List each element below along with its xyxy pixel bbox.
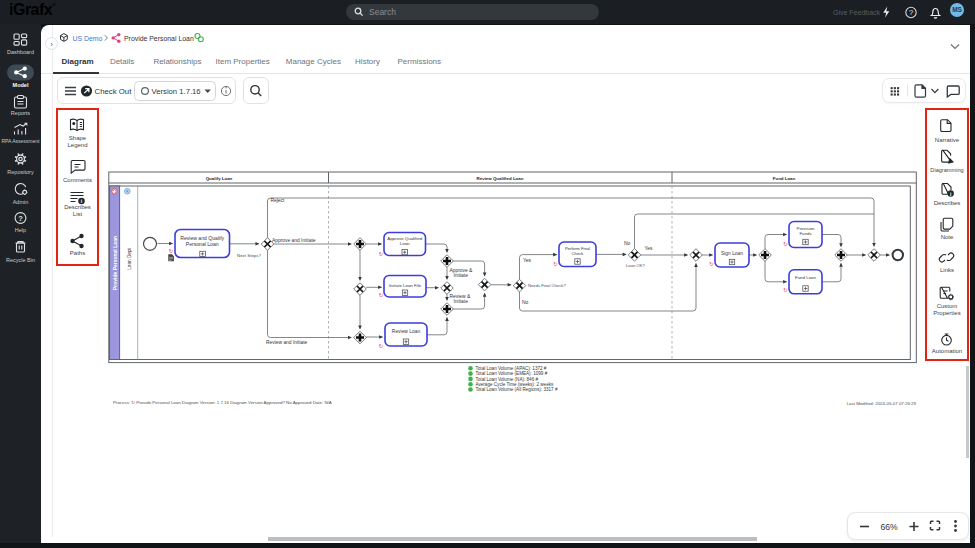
- svg-text:Last Modified: 2024-05-07 07:2: Last Modified: 2024-05-07 07:26:29: [847, 401, 917, 406]
- svg-text:Initiate Loan File: Initiate Loan File: [389, 283, 422, 288]
- svg-text:Loan OK?: Loan OK?: [626, 263, 646, 268]
- svg-text:Provide Personal Loan: Provide Personal Loan: [112, 236, 118, 290]
- svg-text:Average Cycle Time (weeks): 2: Average Cycle Time (weeks): 2 weeks: [476, 382, 554, 387]
- svg-text:↻: ↻: [379, 343, 384, 349]
- svg-text:Provision: Provision: [796, 226, 815, 231]
- svg-text:Personal Loan: Personal Loan: [186, 241, 219, 247]
- svg-text:↻: ↻: [379, 292, 384, 298]
- svg-text:66%: 66%: [880, 521, 898, 531]
- svg-text:↻: ↻: [783, 287, 788, 293]
- svg-text:Approve and Initiate: Approve and Initiate: [272, 238, 316, 243]
- svg-text:Loan: Loan: [400, 241, 410, 246]
- svg-text:Funds: Funds: [799, 231, 812, 236]
- svg-text:Sign Loan: Sign Loan: [721, 251, 743, 256]
- svg-text:Approve &: Approve &: [450, 268, 474, 273]
- svg-text:Needs Final Check?: Needs Final Check?: [528, 283, 566, 288]
- svg-text:↻: ↻: [709, 261, 714, 267]
- svg-text:Qualify Loan: Qualify Loan: [206, 176, 233, 181]
- svg-text:Next Steps?: Next Steps?: [237, 253, 261, 258]
- svg-text:Review Qualified Loan: Review Qualified Loan: [477, 176, 524, 181]
- svg-text:↻: ↻: [783, 241, 788, 247]
- svg-text:Yes: Yes: [523, 258, 532, 263]
- svg-text:No: No: [624, 241, 631, 246]
- svg-text:Yes: Yes: [645, 246, 654, 251]
- svg-text:Initiate: Initiate: [454, 299, 469, 304]
- svg-text:↻: ↻: [379, 251, 384, 257]
- svg-text:Review and Initiate: Review and Initiate: [266, 340, 308, 345]
- svg-text:Fund Loan: Fund Loan: [773, 176, 796, 181]
- svg-text:Total Loan Volume (All Regions: Total Loan Volume (All Regions): 3317 #: [476, 387, 558, 392]
- svg-text:Fund Loan: Fund Loan: [795, 275, 817, 280]
- svg-text:Total Loan Volume (NA): 846 #: Total Loan Volume (NA): 846 #: [476, 377, 539, 382]
- svg-text:Review and Qualify: Review and Qualify: [180, 235, 224, 241]
- svg-text:Loan Dept: Loan Dept: [127, 247, 132, 269]
- svg-text:Initiate: Initiate: [454, 273, 469, 278]
- svg-text:↻: ↻: [553, 261, 558, 267]
- svg-text:↻: ↻: [169, 248, 174, 254]
- svg-text:Review Loan: Review Loan: [392, 329, 421, 334]
- svg-text:No: No: [522, 300, 529, 305]
- svg-text:Total Loan Volume (EMEA): 1099: Total Loan Volume (EMEA): 1099 #: [476, 371, 548, 376]
- svg-text:Process: ↻ Provide Personal Lo: Process: ↻ Provide Personal Loan Diagram…: [113, 400, 332, 405]
- svg-text:Check: Check: [572, 251, 585, 256]
- svg-text:Reject: Reject: [271, 198, 286, 203]
- svg-text:Total Loan Volume (APAC): 1372: Total Loan Volume (APAC): 1372 #: [476, 366, 547, 371]
- svg-text:Review &: Review &: [450, 294, 471, 299]
